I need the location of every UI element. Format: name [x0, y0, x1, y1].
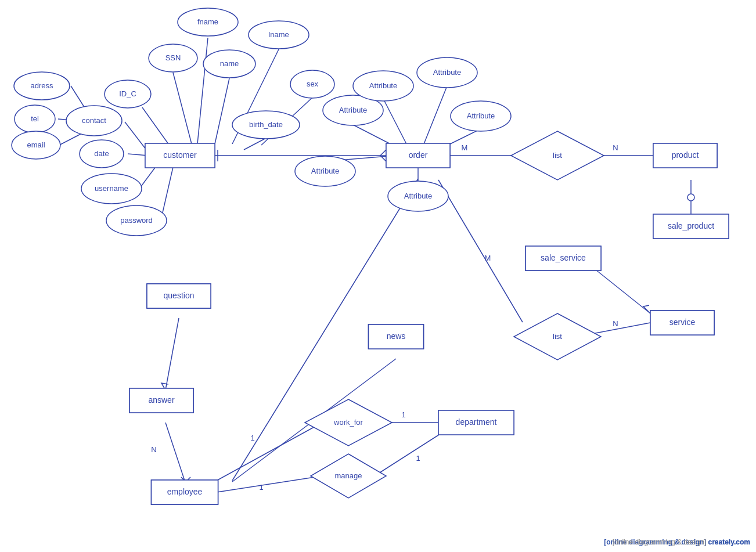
er-diagram-canvas: [0, 0, 756, 552]
brand-name: creately.com: [708, 538, 751, 546]
watermark-footer: [online diagramming & design] creately.c…: [613, 538, 750, 546]
